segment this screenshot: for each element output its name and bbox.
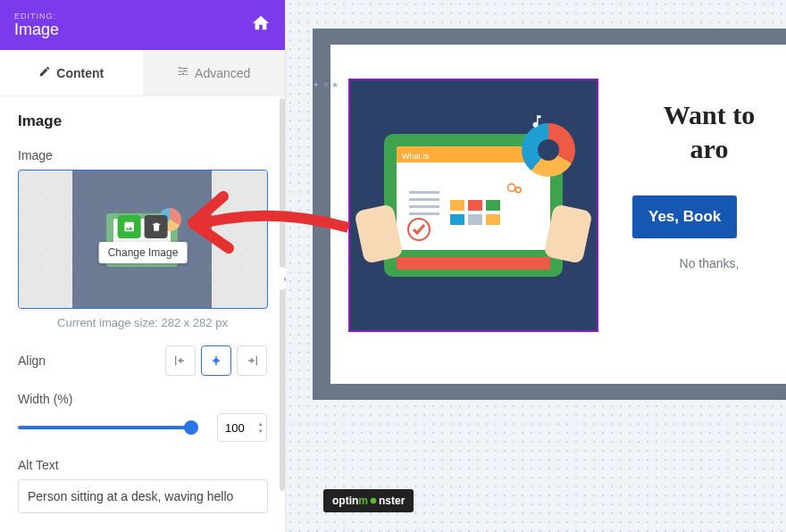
tab-content-label: Content <box>56 66 104 80</box>
svg-point-2 <box>515 187 521 193</box>
campaign-cta-button[interactable]: Yes, Book <box>632 195 737 238</box>
section-title: Image <box>18 112 267 130</box>
svg-point-3 <box>371 498 377 504</box>
tab-content[interactable]: Content <box>0 50 143 96</box>
annotation-arrow-icon <box>188 161 357 277</box>
stepper-icon[interactable]: ▴▾ <box>259 420 263 435</box>
scrollbar[interactable] <box>280 98 285 491</box>
image-size-caption: Current image size: 282 x 282 px <box>18 316 267 329</box>
pencil-icon <box>38 65 51 80</box>
change-image-tooltip: Change Image <box>99 242 188 263</box>
checkmark-badge-icon <box>407 218 431 241</box>
width-value: 100 <box>225 421 245 435</box>
width-input[interactable]: 100 ▴▾ <box>217 413 267 442</box>
editing-title: Image <box>14 21 59 39</box>
illustration-tablet-icon: What is <box>384 134 563 277</box>
monster-eye-icon <box>368 496 379 505</box>
align-right-button[interactable] <box>237 345 267 376</box>
brand-badge[interactable]: optinm nster <box>323 489 414 512</box>
sidebar-header: EDITING: Image <box>0 0 285 50</box>
align-left-button[interactable] <box>165 345 196 376</box>
align-group <box>165 345 267 376</box>
align-label: Align <box>18 353 46 368</box>
width-label: Width (%) <box>18 392 267 406</box>
delete-image-icon[interactable] <box>145 215 168 238</box>
svg-point-1 <box>508 184 515 191</box>
width-slider[interactable] <box>18 426 192 429</box>
campaign-dismiss-link[interactable]: No thanks, <box>632 256 786 270</box>
campaign-frame: ✦ ✧ ★ What is <box>313 29 786 400</box>
alt-text-label: Alt Text <box>18 458 267 472</box>
align-center-button[interactable] <box>201 345 231 376</box>
home-icon[interactable] <box>251 13 271 37</box>
campaign-popup[interactable]: ✦ ✧ ★ What is <box>330 45 786 384</box>
music-note-icon <box>529 111 545 132</box>
hand-right-icon <box>543 204 593 264</box>
slider-thumb-icon[interactable] <box>184 420 198 435</box>
sliders-icon <box>177 65 189 80</box>
alt-text-input[interactable] <box>18 479 268 513</box>
campaign-image-block[interactable]: ✦ ✧ ★ What is <box>348 79 598 332</box>
tab-advanced[interactable]: Advanced <box>143 50 286 96</box>
canvas[interactable]: ✦ ✧ ★ What is <box>286 0 786 532</box>
tab-advanced-label: Advanced <box>195 66 250 80</box>
editing-label: EDITING: <box>14 12 59 21</box>
tabs: Content Advanced <box>0 50 285 96</box>
change-image-icon[interactable] <box>118 215 141 238</box>
gears-icon <box>502 180 527 198</box>
campaign-headline[interactable]: Want to aro <box>632 98 786 165</box>
